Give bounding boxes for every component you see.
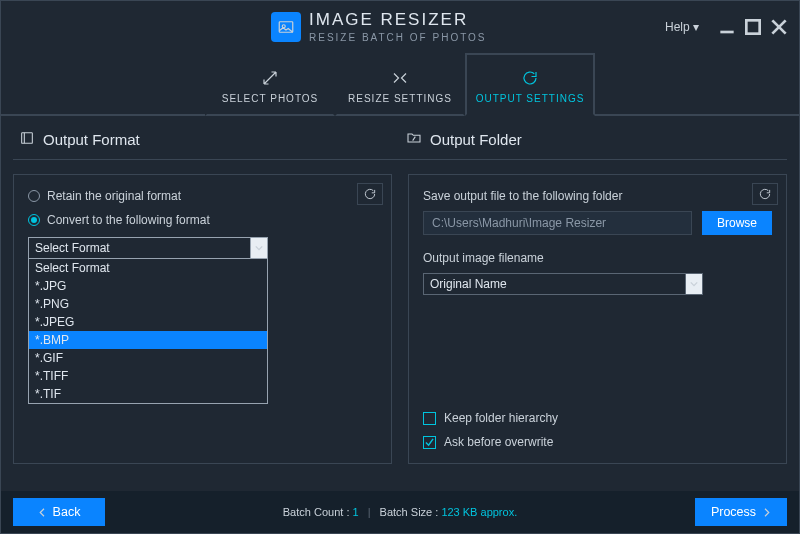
resize-icon	[337, 69, 463, 87]
format-option[interactable]: *.TIF	[29, 385, 267, 403]
close-button[interactable]	[769, 17, 789, 37]
format-option[interactable]: *.GIF	[29, 349, 267, 367]
expand-icon	[207, 69, 333, 87]
app-window: IMAGE RESIZER RESIZE BATCH OF PHOTOS Hel…	[0, 0, 800, 534]
titlebar: IMAGE RESIZER RESIZE BATCH OF PHOTOS Hel…	[1, 1, 799, 53]
checkbox-ask-overwrite[interactable]: Ask before overwrite	[423, 435, 558, 449]
format-select-value[interactable]: Select Format	[28, 237, 268, 259]
format-select[interactable]: Select Format Select Format*.JPG*.PNG*.J…	[28, 237, 268, 259]
reset-format-button[interactable]	[357, 183, 383, 205]
app-subtitle: RESIZE BATCH OF PHOTOS	[309, 32, 487, 43]
filename-label: Output image filename	[423, 251, 772, 265]
minimize-button[interactable]	[717, 17, 737, 37]
radio-retain-original[interactable]: Retain the original format	[28, 189, 377, 203]
tab-resize-settings[interactable]: RESIZE SETTINGS	[335, 53, 465, 116]
format-option[interactable]: *.PNG	[29, 295, 267, 313]
format-icon	[19, 130, 35, 149]
format-option[interactable]: *.BMP	[29, 331, 267, 349]
tab-select-photos[interactable]: SELECT PHOTOS	[205, 53, 335, 116]
tab-output-settings[interactable]: OUTPUT SETTINGS	[465, 53, 595, 116]
chevron-down-icon[interactable]	[685, 273, 703, 295]
format-dropdown[interactable]: Select Format*.JPG*.PNG*.JPEG*.BMP*.GIF*…	[28, 259, 268, 404]
save-folder-label: Save output file to the following folder	[423, 189, 772, 203]
radio-label: Retain the original format	[47, 189, 181, 203]
format-option[interactable]: *.TIFF	[29, 367, 267, 385]
tab-label: SELECT PHOTOS	[207, 93, 333, 104]
checkbox-keep-hierarchy[interactable]: Keep folder hierarchy	[423, 411, 558, 425]
svg-rect-3	[746, 20, 759, 33]
help-menu[interactable]: Help ▾	[665, 20, 699, 34]
output-format-title: Output Format	[43, 131, 140, 148]
radio-label: Convert to the following format	[47, 213, 210, 227]
check-label: Ask before overwrite	[444, 435, 553, 449]
radio-convert-format[interactable]: Convert to the following format	[28, 213, 377, 227]
filename-select-value[interactable]: Original Name	[423, 273, 703, 295]
chevron-down-icon[interactable]	[250, 237, 268, 259]
svg-rect-6	[22, 133, 33, 144]
format-option[interactable]: *.JPG	[29, 277, 267, 295]
refresh-icon	[467, 69, 593, 87]
tabstrip: SELECT PHOTOS RESIZE SETTINGS OUTPUT SET…	[1, 53, 799, 116]
browse-button[interactable]: Browse	[702, 211, 772, 235]
process-button[interactable]: Process	[695, 498, 787, 526]
filename-select[interactable]: Original Name	[423, 273, 703, 295]
output-folder-title: Output Folder	[430, 131, 522, 148]
reset-folder-button[interactable]	[752, 183, 778, 205]
folder-icon	[406, 130, 422, 149]
status-text: Batch Count : 1 | Batch Size : 123 KB ap…	[283, 506, 517, 518]
tab-label: OUTPUT SETTINGS	[467, 93, 593, 104]
format-option[interactable]: *.JPEG	[29, 313, 267, 331]
app-logo	[271, 12, 301, 42]
footer: Back Batch Count : 1 | Batch Size : 123 …	[1, 491, 799, 533]
content-area: Output Format Retain the original format…	[1, 116, 799, 491]
output-folder-panel: Output Folder Save output file to the fo…	[400, 126, 787, 491]
app-title: IMAGE RESIZER	[309, 11, 487, 30]
format-option[interactable]: Select Format	[29, 259, 267, 277]
back-button[interactable]: Back	[13, 498, 105, 526]
maximize-button[interactable]	[743, 17, 763, 37]
tab-label: RESIZE SETTINGS	[337, 93, 463, 104]
app-titles: IMAGE RESIZER RESIZE BATCH OF PHOTOS	[309, 11, 487, 43]
check-label: Keep folder hierarchy	[444, 411, 558, 425]
output-path-input[interactable]	[423, 211, 692, 235]
output-format-panel: Output Format Retain the original format…	[13, 126, 400, 491]
